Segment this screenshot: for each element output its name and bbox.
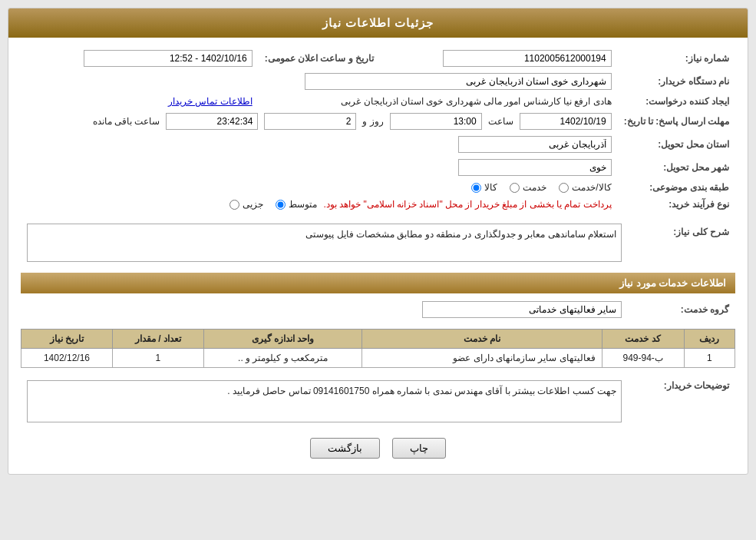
creator-contact-link[interactable]: اطلاعات تماس خریدار [168,96,253,107]
purchase-type-label: نوع فرآیند خرید: [618,196,735,213]
services-table: ردیف کد خدمت نام خدمت واحد اندازه گیری ت… [21,329,735,368]
category-radio-goods[interactable] [471,183,481,193]
cell-unit: مترمکعب و کیلومتر و .. [203,349,362,368]
col-name: نام خدمت [362,330,602,349]
need-description-box: استعلام ساماندهی معابر و جدولگذاری در من… [27,224,622,262]
need-number-label: شماره نیاز: [618,47,735,70]
page-title: جزئیات اطلاعات نیاز [8,8,748,38]
cell-quantity: 1 [112,349,203,368]
city-label: شهر محل تحویل: [618,156,735,179]
category-option-service: خدمت [523,182,546,193]
service-group-input[interactable] [422,301,622,318]
purchase-type-small: جزیی [243,199,263,210]
deadline-time-input[interactable] [390,113,482,130]
category-radio-goods-service[interactable] [559,183,569,193]
cell-date: 1402/12/16 [21,349,113,368]
creator-value: هادی ارفع نیا کارشناس امور مالی شهرداری … [341,96,611,107]
city-input[interactable] [458,159,612,176]
cell-code: ب-94-949 [602,349,684,368]
service-group-label: گروه خدمت: [628,298,735,321]
col-code: کد خدمت [602,330,684,349]
province-label: استان محل تحویل: [618,133,735,156]
print-button[interactable]: چاپ [392,438,446,459]
announce-date-label: تاریخ و ساعت اعلان عمومی: [259,47,380,70]
deadline-date-input[interactable] [520,113,612,130]
deadline-time-label: ساعت [488,116,513,127]
purchase-type-radio-medium[interactable] [276,200,286,210]
deadline-label: مهلت ارسال پاسخ: تا تاریخ: [618,110,735,133]
col-row: ردیف [684,330,735,349]
need-description-label: شرح کلی نیاز: [628,220,735,265]
back-button[interactable]: بازگشت [310,438,380,459]
deadline-remaining-input [166,113,258,130]
need-number-input[interactable] [443,50,612,67]
category-option-goods: کالا [484,182,497,193]
services-section-header: اطلاعات خدمات مورد نیاز [21,273,735,293]
buyer-notes-box: جهت کسب اطلاعات بیشتر با آقای مهندس نمدی… [27,380,622,422]
col-quantity: تعداد / مقدار [112,330,203,349]
table-row: 1 ب-94-949 فعالیتهای سایر سازمانهای دارا… [21,349,735,368]
announce-date-input[interactable] [84,50,253,67]
buyer-org-input[interactable] [305,73,612,90]
col-date: تاریخ نیاز [21,330,113,349]
cell-row: 1 [684,349,735,368]
deadline-days-label: روز و [362,116,383,127]
category-option-goods-service: کالا/خدمت [572,182,611,193]
cell-name: فعالیتهای سایر سازمانهای دارای عضو [362,349,602,368]
deadline-days-input[interactable] [264,113,356,130]
category-radio-service[interactable] [510,183,520,193]
buyer-org-label: نام دستگاه خریدار: [618,70,735,93]
purchase-type-note: پرداخت تمام یا بخشی از مبلغ خریدار از مح… [323,199,611,210]
buyer-notes-label: توضیحات خریدار: [628,374,735,426]
deadline-remaining-label: ساعت باقی مانده [93,116,160,127]
category-label: طبقه بندی موضوعی: [618,179,735,196]
creator-label: ایجاد کننده درخواست: [618,93,735,110]
province-input[interactable] [458,136,612,153]
purchase-type-medium: متوسط [289,199,317,210]
purchase-type-radio-small[interactable] [229,200,239,210]
col-unit: واحد اندازه گیری [203,330,362,349]
